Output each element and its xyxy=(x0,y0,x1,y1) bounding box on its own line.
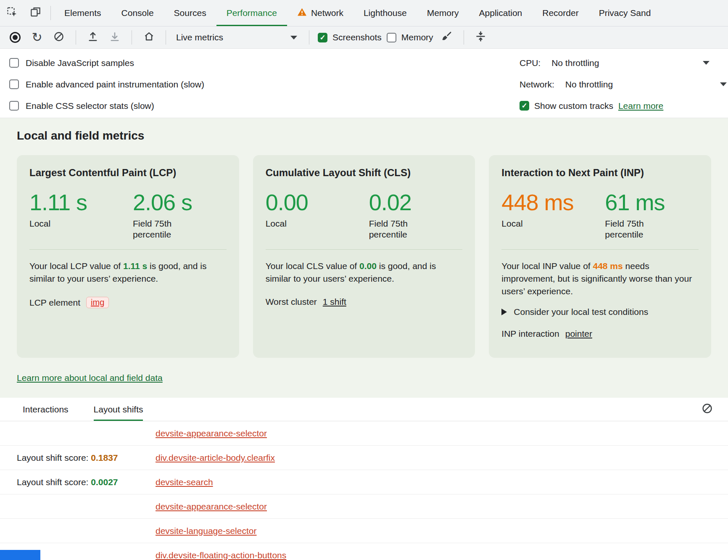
screenshots-checkbox[interactable]: Screenshots xyxy=(318,32,382,42)
checkbox-unchecked-icon xyxy=(9,79,19,89)
local-label: Local xyxy=(29,218,133,229)
log-tabbar: Interactions Layout shifts xyxy=(0,398,728,421)
local-field-metrics-section: Local and field metrics Largest Contentf… xyxy=(0,118,728,398)
separator xyxy=(50,6,51,20)
inp-card: Interaction to Next Paint (INP) 448 ms L… xyxy=(489,155,711,358)
field-label: Field 75th percentile xyxy=(133,218,192,240)
reload-and-record-button[interactable] xyxy=(29,29,45,46)
inp-interaction-link[interactable]: pointer xyxy=(565,329,592,339)
section-heading: Local and field metrics xyxy=(17,129,711,143)
tab-elements[interactable]: Elements xyxy=(54,0,111,26)
score-value: 0.1837 xyxy=(91,453,118,462)
cls-field-value: 0.02 xyxy=(369,190,411,215)
layout-shift-row[interactable]: devsite-language-selector xyxy=(0,519,728,543)
tab-memory[interactable]: Memory xyxy=(417,0,469,26)
worst-cluster-label: Worst cluster xyxy=(266,297,317,307)
card-divider xyxy=(29,249,227,250)
separator xyxy=(464,30,464,45)
lcp-description: Your local LCP value of 1.11 s is good, … xyxy=(29,260,227,285)
lcp-element-label: LCP element xyxy=(29,298,80,308)
local-test-conditions-disclosure[interactable]: Consider your local test conditions xyxy=(501,307,699,317)
cls-card-title: Cumulative Layout Shift (CLS) xyxy=(266,167,463,179)
learn-more-local-field-link[interactable]: Learn more about local and field data xyxy=(17,373,163,383)
score-label: Layout shift score: xyxy=(17,477,91,487)
lcp-element-link[interactable]: img xyxy=(86,297,109,308)
shift-node-link[interactable]: div.devsite-floating-action-buttons xyxy=(156,550,286,560)
cpu-throttling-select[interactable]: CPU: No throttling xyxy=(513,52,728,74)
desc-value: 1.11 s xyxy=(123,261,147,271)
cls-description: Your local CLS value of 0.00 is good, an… xyxy=(266,260,463,285)
tab-console[interactable]: Console xyxy=(111,0,164,26)
cls-card: Cumulative Layout Shift (CLS) 0.00 Local… xyxy=(253,155,475,358)
view-mode-select[interactable]: Live metrics xyxy=(174,32,301,42)
network-value: No throttling xyxy=(565,79,613,90)
layout-shift-row[interactable]: devsite-appearance-selector xyxy=(0,421,728,446)
tab-application[interactable]: Application xyxy=(469,0,533,26)
performance-toolbar: Live metrics Screenshots Memory xyxy=(0,26,728,49)
tab-layout-shifts[interactable]: Layout shifts xyxy=(94,398,143,421)
network-throttling-select[interactable]: Network: No throttling xyxy=(513,74,728,95)
checkbox-unchecked-icon xyxy=(387,33,396,42)
clear-metrics-button[interactable] xyxy=(438,29,455,46)
tab-lighthouse[interactable]: Lighthouse xyxy=(353,0,417,26)
record-button[interactable] xyxy=(7,29,24,46)
worst-cluster-link[interactable]: 1 shift xyxy=(323,297,346,307)
brush-icon xyxy=(441,31,452,44)
inspect-element-button[interactable] xyxy=(0,0,24,26)
checkbox-label: Enable CSS selector stats (slow) xyxy=(26,101,154,111)
memory-checkbox[interactable]: Memory xyxy=(387,32,433,42)
desc-text: Your local CLS value of xyxy=(266,261,359,271)
save-profile-button[interactable] xyxy=(106,29,123,46)
tab-performance[interactable]: Performance xyxy=(216,0,287,26)
clear-log-button[interactable] xyxy=(702,403,713,416)
shift-node-link[interactable]: devsite-appearance-selector xyxy=(156,502,267,512)
lcp-values: 1.11 s Local 2.06 s Field 75th percentil… xyxy=(29,190,227,240)
local-label: Local xyxy=(266,218,369,229)
card-divider xyxy=(501,249,699,250)
shift-node-link[interactable]: devsite-appearance-selector xyxy=(156,428,267,438)
checkbox-checked-icon xyxy=(520,101,529,111)
reload-icon xyxy=(32,31,42,44)
tab-sources[interactable]: Sources xyxy=(164,0,216,26)
shift-score: Layout shift score: 0.1837 xyxy=(17,453,156,463)
layout-shift-row[interactable]: devsite-appearance-selector xyxy=(0,494,728,519)
learn-more-link[interactable]: Learn more xyxy=(618,101,663,111)
checkbox-unchecked-icon xyxy=(9,58,19,68)
collect-garbage-button[interactable] xyxy=(472,29,489,46)
view-mode-label: Live metrics xyxy=(176,32,223,42)
clear-icon xyxy=(53,31,64,44)
chevron-down-icon xyxy=(720,82,727,86)
lcp-local-value: 1.11 s xyxy=(29,190,133,215)
download-icon xyxy=(109,31,120,44)
tab-privacy-sandbox[interactable]: Privacy Sand xyxy=(589,0,661,26)
checkbox-label: Enable advanced paint instrumentation (s… xyxy=(26,79,204,90)
inp-footer: INP interaction pointer xyxy=(501,329,699,339)
layout-shift-row[interactable]: Layout shift score: 0.1837 div.devsite-a… xyxy=(0,446,728,470)
checkbox-checked-icon xyxy=(318,33,327,42)
shift-node-link[interactable]: devsite-language-selector xyxy=(156,526,256,536)
devtools-tabbar: Elements Console Sources Performance Net… xyxy=(0,0,728,26)
field-label-line2: percentile xyxy=(369,229,411,240)
checkbox-label: Disable JavaScript samples xyxy=(26,58,134,68)
capture-settings: Disable JavaScript samples Enable advanc… xyxy=(0,49,728,118)
show-custom-tracks-checkbox[interactable]: Show custom tracks xyxy=(520,101,613,111)
field-label-line1: Field 75th xyxy=(133,218,192,229)
checkbox-unchecked-icon xyxy=(9,101,19,111)
tab-interactions[interactable]: Interactions xyxy=(23,398,69,421)
layout-shift-row[interactable]: Layout shift score: 0.0027 devsite-searc… xyxy=(0,470,728,494)
tab-recorder[interactable]: Recorder xyxy=(532,0,588,26)
load-profile-button[interactable] xyxy=(84,29,101,46)
shift-node-link[interactable]: devsite-search xyxy=(156,477,213,487)
disclosure-label: Consider your local test conditions xyxy=(514,307,648,317)
separator xyxy=(309,30,309,45)
clear-button[interactable] xyxy=(50,29,67,46)
cpu-label: CPU: xyxy=(520,58,541,68)
inspect-icon xyxy=(6,6,18,20)
tab-network[interactable]: Network xyxy=(287,0,353,26)
shift-node-link[interactable]: div.devsite-article-body.clearfix xyxy=(156,453,275,463)
desc-value: 0.00 xyxy=(359,261,377,271)
device-toolbar-button[interactable] xyxy=(24,0,47,26)
home-button[interactable] xyxy=(140,29,157,46)
layout-shift-row[interactable]: div.devsite-floating-action-buttons xyxy=(0,543,728,560)
lcp-footer: LCP element img xyxy=(29,297,227,308)
